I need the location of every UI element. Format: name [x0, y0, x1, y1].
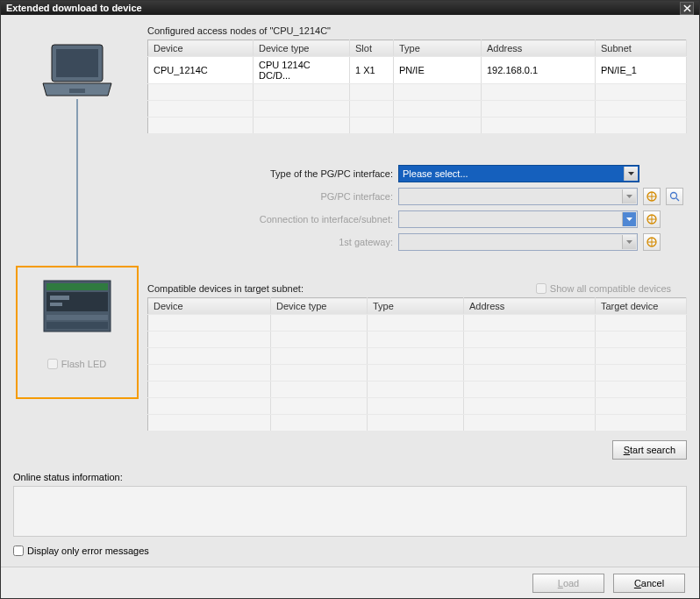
- svg-rect-8: [46, 315, 108, 320]
- pgpc-interface-dropdown[interactable]: [398, 188, 638, 205]
- svg-rect-9: [46, 322, 108, 329]
- compatible-devices-label: Compatible devices in target subnet:: [147, 283, 304, 294]
- col-device-type[interactable]: Device type: [254, 40, 350, 57]
- cancel-button[interactable]: CancelCancel: [613, 574, 685, 593]
- close-icon: [683, 4, 691, 12]
- settings-button[interactable]: [643, 188, 661, 205]
- display-errors-checkbox[interactable]: [13, 546, 24, 556]
- configured-nodes-table: Device Device type Slot Type Address Sub…: [147, 39, 687, 134]
- chevron-down-icon: [624, 167, 638, 181]
- globe-icon: [646, 191, 657, 202]
- footer: LoadLoad CancelCancel: [1, 567, 699, 598]
- show-all-row: Show all compatible devices: [536, 283, 671, 294]
- svg-rect-6: [50, 296, 69, 300]
- svg-point-11: [671, 193, 677, 199]
- search-button[interactable]: [666, 188, 683, 205]
- col2-target[interactable]: Target device: [596, 298, 687, 315]
- svg-rect-1: [56, 49, 98, 77]
- svg-rect-7: [50, 303, 62, 306]
- col2-type[interactable]: Type: [368, 298, 464, 315]
- col2-device[interactable]: Device: [148, 298, 271, 315]
- configured-nodes-label: Configured access nodes of "CPU_1214C": [147, 25, 687, 36]
- titlebar: Extended download to device: [1, 1, 699, 15]
- display-errors-label: Display only error messages: [27, 546, 149, 556]
- close-button[interactable]: [680, 2, 694, 15]
- connection-line: [76, 99, 78, 266]
- plc-icon: [43, 280, 111, 332]
- gateway-dropdown[interactable]: [398, 233, 638, 251]
- magnifier-icon: [669, 191, 680, 202]
- left-device-column: Flash LED: [13, 25, 140, 460]
- pgpc-type-label: Type of the PG/PC interface:: [147, 168, 393, 179]
- connection-subnet-label: Connection to interface/subnet:: [147, 214, 393, 225]
- dialog-window: Extended download to device: [0, 0, 700, 599]
- globe-icon: [646, 214, 657, 225]
- svg-rect-5: [46, 292, 108, 311]
- flash-led-checkbox: [47, 359, 58, 369]
- compatible-devices-table: Device Device type Type Address Target d…: [147, 297, 687, 431]
- table-row[interactable]: CPU_1214C CPU 1214C DC/D... 1 X1 PN/IE 1…: [148, 57, 687, 84]
- flash-led-label: Flash LED: [61, 359, 106, 369]
- settings-button-3[interactable]: [643, 233, 661, 251]
- col-slot[interactable]: Slot: [350, 40, 394, 57]
- show-all-checkbox: [536, 283, 546, 294]
- chevron-down-icon: [622, 189, 636, 203]
- chevron-down-icon: [622, 212, 636, 226]
- col2-device-type[interactable]: Device type: [271, 298, 368, 315]
- show-all-label: Show all compatible devices: [550, 283, 671, 294]
- window-title: Extended download to device: [6, 3, 142, 13]
- svg-rect-2: [69, 89, 85, 93]
- chevron-down-icon: [622, 235, 636, 249]
- online-status-box: [13, 486, 687, 537]
- gateway-label: 1st gateway:: [147, 237, 393, 247]
- svg-rect-4: [46, 283, 108, 290]
- pgpc-interface-label: PG/PC interface:: [147, 191, 393, 202]
- settings-button-2[interactable]: [643, 210, 661, 228]
- col-type[interactable]: Type: [394, 40, 482, 57]
- globe-icon: [646, 237, 657, 247]
- col2-address[interactable]: Address: [464, 298, 596, 315]
- start-search-button[interactable]: SStart searchtart search: [612, 440, 687, 460]
- col-device[interactable]: Device: [148, 40, 254, 57]
- online-status-label: Online status information:: [13, 472, 687, 482]
- load-button[interactable]: LoadLoad: [532, 574, 604, 593]
- flash-led-row: Flash LED: [47, 359, 106, 369]
- col-subnet[interactable]: Subnet: [596, 40, 687, 57]
- target-device-box: Flash LED: [16, 266, 139, 399]
- laptop-icon: [38, 41, 117, 103]
- display-errors-row[interactable]: Display only error messages: [13, 546, 687, 556]
- pgpc-type-dropdown[interactable]: Please select...: [398, 165, 639, 182]
- connection-subnet-dropdown[interactable]: [398, 210, 638, 228]
- col-address[interactable]: Address: [482, 40, 596, 57]
- interface-form: Type of the PG/PC interface: Please sele…: [147, 162, 683, 253]
